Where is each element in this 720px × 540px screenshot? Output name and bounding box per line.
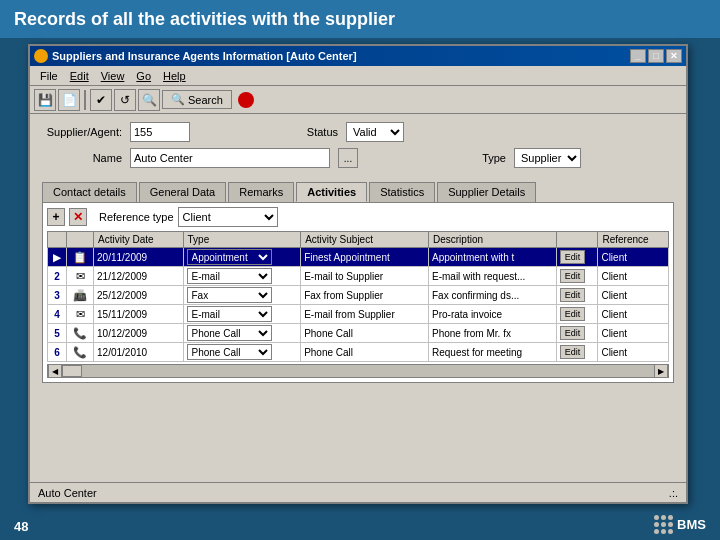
supplier-input[interactable] — [130, 122, 190, 142]
row-type: E-mail — [183, 267, 301, 286]
status-select[interactable]: Valid Invalid — [346, 122, 404, 142]
row-edit-cell: Edit — [556, 286, 598, 305]
type-select[interactable]: Supplier Agent — [514, 148, 581, 168]
table-row: 5 📞 10/12/2009 Phone Call Phone Call Pho… — [48, 324, 669, 343]
bms-logo-text: BMS — [677, 517, 706, 532]
status-label: Status — [258, 126, 338, 138]
search-label: Search — [188, 94, 223, 106]
type-label: Type — [426, 152, 506, 164]
row-edit-button[interactable]: Edit — [560, 326, 586, 340]
col-indicator — [48, 232, 67, 248]
row-type-select[interactable]: Fax — [187, 287, 272, 303]
row-type-select[interactable]: E-mail — [187, 268, 272, 284]
menu-file[interactable]: File — [34, 68, 64, 84]
row-edit-button[interactable]: Edit — [560, 269, 586, 283]
statusbar-text: Auto Center — [38, 487, 97, 499]
tab-supplier-details[interactable]: Supplier Details — [437, 182, 536, 202]
tab-general-data[interactable]: General Data — [139, 182, 226, 202]
menu-go[interactable]: Go — [130, 68, 157, 84]
check-button[interactable]: ✔ — [90, 89, 112, 111]
refresh-button[interactable]: ↺ — [114, 89, 136, 111]
row-type: Appointment — [183, 248, 301, 267]
scroll-track[interactable] — [62, 365, 654, 377]
row-indicator: ▶ — [48, 248, 67, 267]
row-reference: Client — [598, 286, 669, 305]
menu-edit[interactable]: Edit — [64, 68, 95, 84]
activities-table: Activity Date Type Activity Subject Desc… — [47, 231, 669, 362]
row-indicator: 4 — [48, 305, 67, 324]
window-icon — [34, 49, 48, 63]
row-subject: Finest Appointment — [301, 248, 429, 267]
scroll-left-button[interactable]: ◀ — [48, 364, 62, 378]
menu-view[interactable]: View — [95, 68, 131, 84]
row-edit-cell: Edit — [556, 343, 598, 362]
statusbar-right: .:. — [669, 487, 678, 499]
row-subject: Phone Call — [301, 343, 429, 362]
row-edit-button[interactable]: Edit — [560, 345, 586, 359]
browse-button[interactable]: ... — [338, 148, 358, 168]
row-indicator: 6 — [48, 343, 67, 362]
col-reference: Reference — [598, 232, 669, 248]
row-edit-cell: Edit — [556, 267, 598, 286]
col-type: Type — [183, 232, 301, 248]
reftype-select[interactable]: Client Supplier — [178, 207, 278, 227]
row-subject: E-mail from Supplier — [301, 305, 429, 324]
status-field-group: Status Valid Invalid — [258, 122, 404, 142]
row-type: Fax — [183, 286, 301, 305]
window-controls: _ □ ✕ — [630, 49, 682, 63]
row-edit-button[interactable]: Edit — [560, 307, 586, 321]
table-row: 4 ✉ 15/11/2009 E-mail E-mail from Suppli… — [48, 305, 669, 324]
col-edit — [556, 232, 598, 248]
page-number: 48 — [14, 519, 28, 534]
name-row: Name ... Type Supplier Agent — [42, 148, 674, 168]
row-icon: 📞 — [67, 343, 94, 362]
row-type: Phone Call — [183, 343, 301, 362]
tab-activities[interactable]: Activities — [296, 182, 367, 202]
row-subject: Phone Call — [301, 324, 429, 343]
row-edit-button[interactable]: Edit — [560, 250, 586, 264]
row-edit-button[interactable]: Edit — [560, 288, 586, 302]
row-type-select[interactable]: Phone Call — [187, 325, 272, 341]
row-date: 12/01/2010 — [94, 343, 184, 362]
new-button[interactable]: 📄 — [58, 89, 80, 111]
name-label: Name — [42, 152, 122, 164]
minimize-button[interactable]: _ — [630, 49, 646, 63]
row-type-select[interactable]: Phone Call — [187, 344, 272, 360]
statusbar: Auto Center .:. — [30, 482, 686, 502]
stop-button[interactable] — [238, 92, 254, 108]
add-activity-button[interactable]: + — [47, 208, 65, 226]
row-icon: 📠 — [67, 286, 94, 305]
search-button[interactable]: 🔍 Search — [162, 90, 232, 109]
tab-contact-details[interactable]: Contact details — [42, 182, 137, 202]
page-title: Records of all the activities with the s… — [0, 0, 720, 38]
table-row: 3 📠 25/12/2009 Fax Fax from Supplier Fax… — [48, 286, 669, 305]
magnify-button[interactable]: 🔍 — [138, 89, 160, 111]
table-row: 6 📞 12/01/2010 Phone Call Phone Call Req… — [48, 343, 669, 362]
delete-activity-button[interactable]: ✕ — [69, 208, 87, 226]
row-icon: 📋 — [67, 248, 94, 267]
row-type-select[interactable]: Appointment — [187, 249, 272, 265]
row-description: Phone from Mr. fx — [429, 324, 557, 343]
row-type: Phone Call — [183, 324, 301, 343]
form-area: Supplier/Agent: Status Valid Invalid Nam… — [30, 114, 686, 182]
row-edit-cell: Edit — [556, 248, 598, 267]
row-type-select[interactable]: E-mail — [187, 306, 272, 322]
row-date: 25/12/2009 — [94, 286, 184, 305]
col-icon — [67, 232, 94, 248]
close-button[interactable]: ✕ — [666, 49, 682, 63]
scroll-thumb[interactable] — [62, 365, 82, 377]
save-button[interactable]: 💾 — [34, 89, 56, 111]
row-icon: ✉ — [67, 267, 94, 286]
maximize-button[interactable]: □ — [648, 49, 664, 63]
horizontal-scrollbar[interactable]: ◀ ▶ — [47, 364, 669, 378]
row-indicator: 5 — [48, 324, 67, 343]
tab-remarks[interactable]: Remarks — [228, 182, 294, 202]
menu-help[interactable]: Help — [157, 68, 192, 84]
scroll-right-button[interactable]: ▶ — [654, 364, 668, 378]
toolbar-separator — [84, 90, 86, 110]
name-input[interactable] — [130, 148, 330, 168]
row-subject: E-mail to Supplier — [301, 267, 429, 286]
search-icon: 🔍 — [171, 93, 185, 106]
menubar: File Edit View Go Help — [30, 66, 686, 86]
tab-statistics[interactable]: Statistics — [369, 182, 435, 202]
